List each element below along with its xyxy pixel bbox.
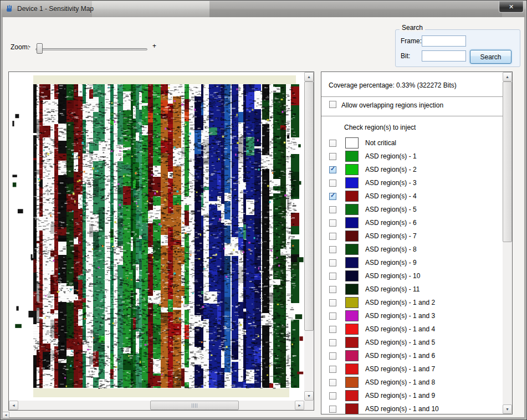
- region-label: ASD region(s) - 1 and 9: [365, 392, 435, 399]
- region-label: ASD region(s) - 8: [365, 245, 417, 253]
- client-area: Zoom: - + Search Frame: Bit: Search ▲ ▼ …: [3, 17, 524, 417]
- region-checkbox[interactable]: [329, 219, 336, 227]
- close-button[interactable]: ✕: [499, 1, 524, 13]
- region-color-swatch: [345, 377, 359, 388]
- region-checkbox[interactable]: [329, 193, 336, 200]
- region-color-swatch: [345, 177, 359, 188]
- frame-input[interactable]: [422, 35, 466, 47]
- scroll-left-button[interactable]: ◄: [9, 401, 18, 410]
- map-vscroll-thumb[interactable]: [304, 81, 314, 331]
- region-label: ASD region(s) - 5: [365, 206, 417, 213]
- scroll-up-button[interactable]: ▲: [304, 72, 314, 81]
- separator: [321, 96, 503, 97]
- region-row: ASD region(s) - 1 and 5: [321, 336, 503, 349]
- region-checkbox[interactable]: [329, 326, 336, 333]
- map-vertical-scrollbar[interactable]: ▲ ▼: [304, 72, 314, 401]
- region-row: ASD region(s) - 1 and 4: [321, 322, 503, 336]
- search-button[interactable]: Search: [470, 50, 511, 64]
- scrollbar-corner: [304, 401, 314, 410]
- sensitivity-map-panel: ▲ ▼ ◄ ►: [8, 71, 314, 411]
- scroll-up-button[interactable]: ▲: [503, 72, 512, 81]
- region-checkbox[interactable]: [329, 299, 336, 306]
- region-row: ASD region(s) - 5: [321, 203, 503, 216]
- scroll-up-icon: ▲: [307, 75, 311, 79]
- overlap-checkbox[interactable]: [329, 101, 336, 108]
- region-checkbox[interactable]: [329, 406, 336, 413]
- region-color-swatch: [345, 337, 359, 348]
- region-checkbox[interactable]: [329, 392, 336, 399]
- region-checkbox[interactable]: [329, 313, 336, 320]
- region-checkbox[interactable]: [329, 352, 336, 360]
- region-label: ASD region(s) - 1 and 3: [365, 312, 435, 320]
- app-icon[interactable]: [5, 4, 14, 13]
- region-checkbox[interactable]: [329, 366, 336, 373]
- scroll-down-icon: ▼: [307, 394, 311, 398]
- scroll-down-button[interactable]: ▼: [304, 391, 314, 401]
- region-checkbox[interactable]: [329, 233, 336, 240]
- region-color-swatch: [345, 390, 359, 401]
- region-checkbox[interactable]: [329, 153, 336, 160]
- region-color-swatch: [345, 164, 359, 175]
- region-label: ASD region(s) - 1 and 6: [365, 352, 435, 360]
- region-color-swatch: [345, 257, 359, 268]
- close-icon: ✕: [509, 3, 514, 11]
- sensitivity-map-canvas[interactable]: [9, 72, 304, 401]
- scroll-up-icon: ▲: [505, 75, 509, 79]
- scroll-down-button[interactable]: ▼: [503, 404, 512, 414]
- region-label: ASD region(s) - 1 and 8: [365, 378, 435, 386]
- region-row: ASD region(s) - 11: [321, 283, 503, 296]
- region-label: ASD region(s) - 1 and 2: [365, 299, 435, 306]
- region-panel: Coverage percentage: 0.33% (322272 Bits)…: [321, 71, 513, 414]
- scroll-right-button[interactable]: ►: [295, 401, 304, 410]
- region-checkbox[interactable]: [329, 246, 336, 253]
- region-label: ASD region(s) - 1: [365, 152, 417, 160]
- region-panel-scroll-thumb[interactable]: [503, 81, 512, 242]
- region-row: ASD region(s) - 9: [321, 256, 503, 269]
- region-checkbox[interactable]: [329, 286, 336, 293]
- region-row: ASD region(s) - 6: [321, 216, 503, 229]
- region-color-swatch: [345, 231, 359, 242]
- region-color-swatch: [345, 363, 359, 375]
- region-row: ASD region(s) - 1 and 6: [321, 349, 503, 362]
- region-label: ASD region(s) - 2: [365, 166, 417, 173]
- region-row: ASD region(s) - 1 and 7: [321, 362, 503, 376]
- region-color-swatch: [345, 297, 359, 308]
- region-label: ASD region(s) - 9: [365, 259, 417, 267]
- region-color-swatch: [345, 324, 359, 335]
- region-checkbox[interactable]: [329, 273, 336, 280]
- region-row: Not critical: [321, 136, 503, 150]
- region-checkbox[interactable]: [329, 180, 336, 187]
- zoom-slider-handle[interactable]: [37, 43, 43, 54]
- map-hscroll-thumb[interactable]: [150, 401, 239, 410]
- region-label: ASD region(s) - 4: [365, 192, 417, 200]
- regions-header: Check region(s) to inject: [344, 124, 416, 131]
- map-horizontal-scrollbar[interactable]: ◄ ►: [9, 401, 304, 410]
- region-checkbox[interactable]: [329, 259, 336, 267]
- scroll-right-icon: ►: [298, 403, 301, 407]
- region-panel-scrollbar[interactable]: ▲ ▼: [503, 72, 512, 414]
- zoom-slider-track[interactable]: [35, 48, 147, 50]
- region-label: Not critical: [365, 139, 396, 147]
- coverage-text: Coverage percentage: 0.33% (322272 Bits): [329, 81, 457, 89]
- region-label: ASD region(s) - 10: [365, 272, 420, 280]
- region-label: ASD region(s) - 6: [365, 219, 417, 227]
- region-row: ASD region(s) - 10: [321, 269, 503, 283]
- region-row: ASD region(s) - 1 and 8: [321, 376, 503, 389]
- region-color-swatch: [345, 244, 359, 255]
- bit-input[interactable]: [422, 50, 466, 62]
- region-color-swatch: [345, 137, 359, 148]
- region-color-swatch: [345, 217, 359, 228]
- region-checkbox[interactable]: [329, 206, 336, 213]
- region-checkbox[interactable]: [329, 166, 336, 173]
- region-label: ASD region(s) - 1 and 7: [365, 365, 435, 373]
- region-row: ASD region(s) - 1 and 9: [321, 389, 503, 402]
- region-row: ASD region(s) - 4: [321, 189, 503, 203]
- region-label: ASD region(s) - 1 and 5: [365, 339, 435, 346]
- title-bar[interactable]: Device 1 - Sensitivity Map ✕: [1, 1, 526, 17]
- region-checkbox[interactable]: [329, 339, 336, 346]
- form-scroll-left-button[interactable]: ◄: [2, 412, 9, 418]
- region-checkbox[interactable]: [329, 140, 336, 147]
- region-list: Not critical ASD region(s) - 1 ASD regio…: [321, 136, 503, 414]
- region-checkbox[interactable]: [329, 379, 336, 386]
- region-label: ASD region(s) - 1 and 10: [365, 405, 439, 413]
